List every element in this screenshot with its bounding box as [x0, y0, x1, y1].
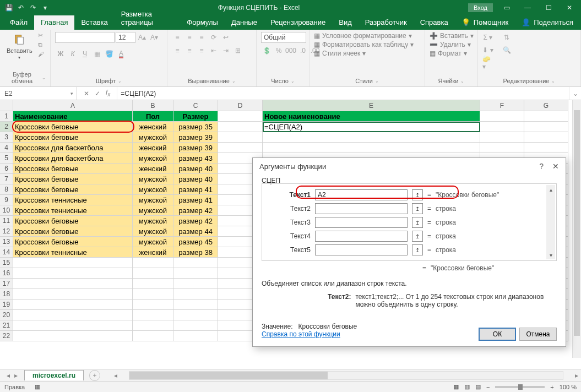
cell[interactable]: Кроссовки беговые [13, 184, 133, 195]
sheet-nav-last-icon[interactable]: ▸ [14, 372, 18, 379]
cell[interactable]: Пол [133, 111, 173, 122]
cell[interactable] [133, 300, 173, 310]
vertical-scrollbar[interactable] [572, 100, 581, 358]
args-scrollbar[interactable]: ▴▾ [546, 185, 555, 259]
tab-developer[interactable]: Разработчик [359, 15, 414, 30]
sheet-tab[interactable]: microexcel.ru [24, 370, 84, 380]
cell[interactable]: женский [133, 164, 173, 174]
format-painter-icon[interactable]: 🖌 [38, 51, 47, 58]
cell[interactable]: размер 38 [173, 247, 218, 258]
cell[interactable] [173, 289, 218, 300]
format-cells-button[interactable]: ▦Формат ▾ [430, 50, 467, 57]
cell[interactable]: Кроссовки беговые [13, 216, 133, 226]
confirm-formula-icon[interactable]: ✓ [95, 90, 100, 97]
percent-icon[interactable]: % [273, 45, 284, 56]
number-format-select[interactable] [261, 32, 306, 43]
conditional-format-button[interactable]: ▦Условное форматирование ▾ [314, 32, 412, 40]
cell[interactable]: женский [133, 122, 173, 132]
fill-icon[interactable]: ⬇ ▾ [482, 45, 493, 56]
cell[interactable] [133, 258, 173, 268]
row-head-16[interactable]: 16 [0, 268, 13, 279]
cut-icon[interactable]: ✂ [38, 32, 47, 40]
cell[interactable]: Кроссовки теннисные [13, 195, 133, 205]
increase-font-icon[interactable]: A▴ [137, 32, 148, 43]
find-icon[interactable]: 🔍 [501, 45, 512, 56]
col-head-E[interactable]: E [263, 100, 480, 111]
cell[interactable]: размер 41 [173, 195, 218, 205]
font-color-icon[interactable]: A [116, 48, 127, 59]
macro-record-icon[interactable]: ▦ [35, 383, 40, 390]
cell[interactable] [524, 111, 568, 122]
arg-input-2[interactable] [315, 203, 408, 214]
cell[interactable]: мужской [133, 153, 173, 164]
tab-help[interactable]: Справка [414, 15, 455, 30]
border-icon[interactable]: ▦ [91, 48, 102, 59]
cell[interactable]: Кроссовки теннисные [13, 205, 133, 216]
bold-button[interactable]: Ж [55, 48, 66, 59]
tab-data[interactable]: Данные [225, 15, 264, 30]
view-normal-icon[interactable]: ▦ [453, 383, 459, 390]
zoom-slider[interactable] [495, 386, 545, 388]
redo-icon[interactable]: ↷ [29, 3, 37, 12]
dec-decimal-icon[interactable]: .00 [309, 45, 321, 56]
login-button[interactable]: Вход [468, 3, 493, 12]
cell[interactable]: женский [133, 247, 173, 258]
row-head-2[interactable]: 2 [0, 122, 13, 132]
cell[interactable]: =СЦЕП(A2) [263, 122, 480, 132]
share-button[interactable]: 👤Поделиться [515, 15, 581, 30]
view-break-icon[interactable]: ▤ [475, 383, 481, 390]
cell[interactable]: мужской [133, 184, 173, 195]
arg-input-5[interactable] [315, 244, 408, 255]
cell[interactable] [218, 122, 263, 132]
insert-cells-button[interactable]: ➕Вставить ▾ [430, 32, 474, 40]
arg-input-4[interactable] [315, 231, 408, 242]
cell[interactable]: Кроссовки беговые [13, 237, 133, 247]
format-as-table-button[interactable]: ▦Форматировать как таблицу ▾ [314, 41, 414, 48]
cell[interactable] [13, 310, 133, 320]
tab-review[interactable]: Рецензирование [264, 15, 332, 30]
minimize-icon[interactable]: — [520, 2, 535, 13]
cell[interactable] [480, 143, 524, 153]
cell[interactable] [218, 132, 263, 143]
col-head-F[interactable]: F [480, 100, 524, 111]
dialog-help-link[interactable]: Справка по этой функции [262, 330, 340, 338]
cell[interactable]: Кроссовки для баскетбола [13, 143, 133, 153]
cell[interactable]: размер 44 [173, 226, 218, 237]
cell[interactable] [133, 310, 173, 320]
tab-tellme[interactable]: 💡Помощник [455, 15, 515, 30]
cell[interactable]: Кроссовки беговые [13, 174, 133, 184]
cell[interactable] [218, 111, 263, 122]
align-top-icon[interactable]: ≡ [172, 32, 183, 43]
align-right-icon[interactable]: ≡ [196, 45, 207, 56]
row-head-14[interactable]: 14 [0, 247, 13, 258]
row-head-6[interactable]: 6 [0, 164, 13, 174]
close-icon[interactable]: ✕ [562, 2, 577, 13]
underline-button[interactable]: Ч [79, 48, 90, 59]
cell[interactable]: Наименование [13, 111, 133, 122]
cell[interactable] [13, 331, 133, 341]
cell[interactable]: женский [133, 143, 173, 153]
sheet-nav-first-icon[interactable]: ◂ [7, 372, 10, 379]
range-selector-icon[interactable]: ↥ [412, 217, 423, 228]
cell[interactable] [524, 122, 568, 132]
tab-view[interactable]: Вид [332, 15, 359, 30]
col-head-B[interactable]: B [133, 100, 173, 111]
cell[interactable] [133, 320, 173, 331]
dialog-cancel-button[interactable]: Отмена [519, 328, 557, 341]
zoom-level[interactable]: 100 % [560, 384, 577, 390]
col-head-A[interactable]: A [13, 100, 133, 111]
cell[interactable] [524, 143, 568, 153]
range-selector-icon[interactable]: ↥ [412, 203, 423, 214]
italic-button[interactable]: К [67, 48, 78, 59]
autosum-icon[interactable]: Σ ▾ [482, 32, 493, 43]
cancel-formula-icon[interactable]: ✕ [84, 90, 89, 97]
add-sheet-button[interactable]: + [89, 370, 100, 381]
cell[interactable]: Кроссовки беговые [13, 164, 133, 174]
row-head-11[interactable]: 11 [0, 216, 13, 226]
ribbon-options-icon[interactable]: ▭ [499, 2, 514, 13]
merge-icon[interactable]: ⊞ [232, 45, 243, 56]
cell[interactable] [13, 279, 133, 289]
tab-home[interactable]: Главная [34, 15, 74, 30]
cell[interactable]: Новое наименование [263, 111, 480, 122]
cell[interactable] [133, 268, 173, 279]
